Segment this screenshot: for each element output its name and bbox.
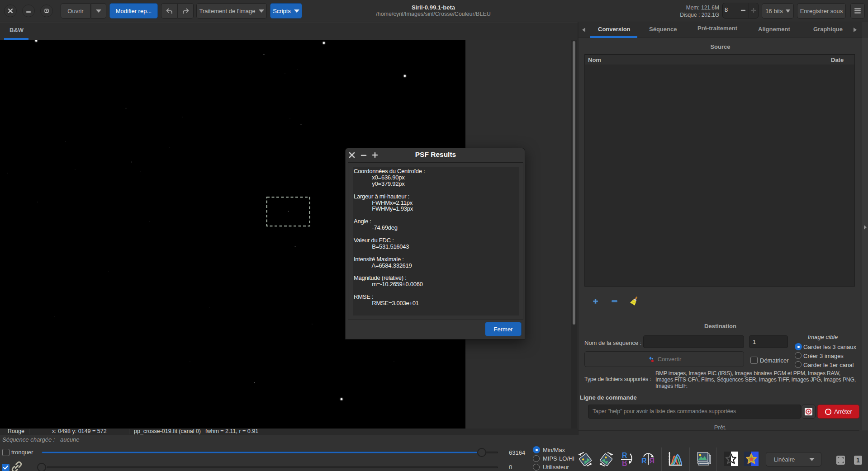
svg-text:R: R [641,457,647,465]
svg-text:R: R [649,457,655,465]
svg-text:R: R [622,459,627,467]
svg-text:R: R [622,452,627,459]
